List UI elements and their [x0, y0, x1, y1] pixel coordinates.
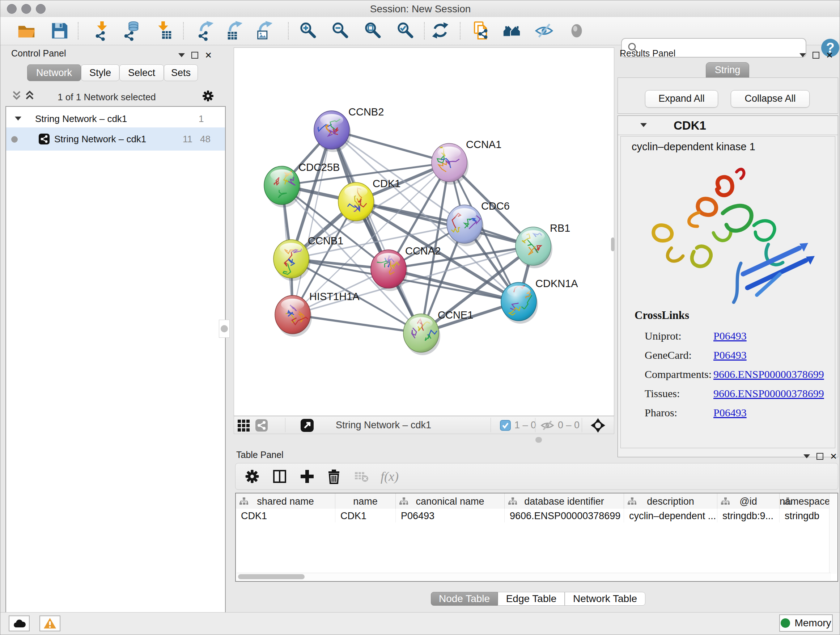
import-network-button[interactable]	[91, 19, 113, 42]
open-session-button[interactable]	[16, 19, 38, 42]
cloud-icon	[12, 618, 27, 629]
share-view-icon[interactable]	[255, 419, 268, 433]
collapse-all-button[interactable]: Collapse All	[731, 90, 810, 108]
gene-description: cyclin–dependent kinase 1	[632, 141, 755, 153]
zoom-fit-icon	[363, 21, 384, 41]
network-tree-parent-row[interactable]: String Network – cdk1 1	[6, 110, 225, 127]
export-image-button[interactable]	[254, 19, 276, 42]
zoom-out-button[interactable]	[330, 19, 352, 42]
open-in-window-icon[interactable]	[300, 418, 314, 434]
node-CDK1[interactable]	[338, 182, 375, 224]
panel-menu-icon[interactable]	[178, 53, 185, 57]
expand-network-icon[interactable]	[15, 117, 21, 120]
delete-column-trash-icon[interactable]	[324, 466, 344, 486]
expand-all-button[interactable]: Expand All	[645, 90, 718, 108]
gene-header[interactable]: CDK1	[618, 116, 838, 135]
refresh-view-button[interactable]	[429, 19, 451, 42]
crosslink-link[interactable]: P06493	[714, 407, 747, 419]
column-header-namespace[interactable]: namespace	[780, 494, 830, 509]
title-bar: Session: New Session	[0, 0, 840, 17]
network-tree-selected-row[interactable]: String Network – cdk1 11 48	[6, 127, 225, 150]
right-splitter-handle[interactable]	[611, 238, 615, 251]
close-panel-icon[interactable]: ✕	[205, 52, 212, 58]
import-database-button[interactable]	[121, 19, 143, 42]
table-cell[interactable]: cyclin–dependent ...	[624, 509, 717, 523]
memory-status-icon	[781, 618, 790, 628]
fit-network-crosshair-icon[interactable]	[591, 418, 606, 434]
tab-network[interactable]: Network	[27, 65, 81, 81]
eye-slash-button[interactable]	[534, 19, 555, 42]
show-columns-icon[interactable]	[270, 466, 290, 486]
zoom-fit-button[interactable]	[363, 19, 384, 42]
export-table-button[interactable]	[224, 19, 246, 42]
float-panel-icon[interactable]	[813, 52, 819, 59]
column-header-canonicalname[interactable]: canonical name	[396, 494, 505, 509]
table-cell[interactable]: CDK1	[335, 509, 396, 523]
table-cell[interactable]: P06493	[396, 509, 505, 523]
node-CCNB2[interactable]	[314, 111, 351, 152]
tab-edge-table[interactable]: Edge Table	[498, 592, 565, 606]
eye-disabled-button[interactable]	[566, 19, 588, 42]
import-table-button[interactable]	[152, 19, 174, 42]
cloud-button[interactable]	[9, 616, 30, 631]
network-canvas[interactable]: CCNB2 CCNA1 CDC25B CDK1 CDC6 RB1 CCNB1 C…	[234, 48, 614, 416]
hidden-eye-icon[interactable]	[540, 419, 554, 433]
close-panel-icon[interactable]: ✕	[826, 52, 833, 58]
node-label-CDKN1A: CDKN1A	[535, 278, 578, 289]
crosslink-link[interactable]: 9606.ENSP00000378699	[714, 368, 824, 380]
table-vertical-scrollbar[interactable]	[829, 494, 837, 574]
panel-splitter-handle[interactable]	[219, 320, 230, 338]
home-view-button[interactable]	[501, 19, 523, 42]
tab-sets[interactable]: Sets	[164, 65, 198, 81]
zoom-selected-button[interactable]	[395, 19, 417, 42]
node-RB1[interactable]	[515, 227, 553, 268]
edge-CCNB2-HIST1H1A[interactable]	[293, 130, 332, 315]
node-CDC25B[interactable]	[264, 166, 301, 207]
edge-HIST1H1A-CCNE1[interactable]	[293, 315, 421, 333]
export-table-icon	[225, 21, 245, 41]
panel-menu-icon[interactable]	[799, 53, 806, 57]
table-settings-gear-icon[interactable]	[242, 466, 262, 486]
selected-checkbox[interactable]	[500, 420, 511, 432]
grid-view-icon[interactable]	[237, 419, 250, 433]
column-header-name[interactable]: name	[335, 494, 396, 509]
column-header-description[interactable]: description	[624, 494, 717, 509]
column-header-databaseidentifier[interactable]: database identifier	[505, 494, 624, 509]
edge-CCNB2-CCNE1[interactable]	[332, 130, 421, 333]
node-CCNE1[interactable]	[403, 314, 440, 355]
tab-style[interactable]: Style	[81, 65, 119, 81]
table-cell[interactable]: CDK1	[236, 509, 335, 523]
save-session-button[interactable]	[49, 19, 70, 42]
table-cell[interactable]: stringdb:9...	[717, 509, 780, 523]
collapse-gene-icon[interactable]	[640, 123, 647, 127]
delete-table-icon	[351, 466, 371, 486]
crosslink-link[interactable]: P06493	[714, 330, 747, 342]
close-panel-icon[interactable]: ✕	[830, 454, 837, 459]
table-cell[interactable]: stringdb	[780, 509, 830, 523]
crosslink-link[interactable]: 9606.ENSP00000378699	[714, 387, 824, 400]
tab-string[interactable]: String	[706, 62, 749, 78]
export-network-button[interactable]	[195, 19, 217, 42]
paste-share-button[interactable]	[470, 19, 492, 42]
memory-button[interactable]: Memory	[779, 614, 833, 632]
column-header-sharedname[interactable]: shared name	[236, 494, 335, 509]
node-CCNA1[interactable]	[431, 143, 469, 185]
float-panel-icon[interactable]	[191, 52, 198, 59]
zoom-in-button[interactable]	[298, 19, 319, 42]
tab-node-table[interactable]: Node Table	[431, 592, 498, 606]
float-panel-icon[interactable]	[816, 453, 823, 460]
node-label-CCNE1: CCNE1	[438, 309, 473, 321]
crosslink-link[interactable]: P06493	[714, 349, 747, 361]
tab-select[interactable]: Select	[119, 65, 164, 81]
tab-network-table[interactable]: Network Table	[565, 592, 645, 606]
node-CDKN1A[interactable]	[501, 282, 538, 324]
column-header-id[interactable]: @id	[717, 494, 780, 509]
network-options-gear-icon[interactable]	[202, 89, 215, 104]
bottom-splitter-handle[interactable]	[535, 437, 542, 443]
table-horizontal-scrollbar[interactable]	[237, 573, 831, 580]
warnings-button[interactable]	[39, 616, 60, 631]
node-label-CDC6: CDC6	[481, 200, 510, 212]
add-column-icon[interactable]	[297, 466, 317, 486]
table-cell[interactable]: 9606.ENSP00000378699	[505, 509, 624, 523]
panel-menu-icon[interactable]	[804, 454, 810, 458]
